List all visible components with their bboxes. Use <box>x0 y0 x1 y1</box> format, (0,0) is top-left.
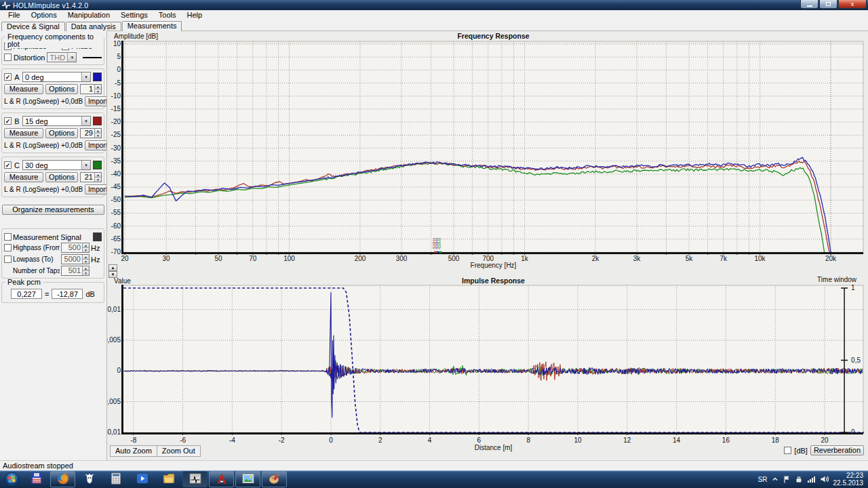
network-signal-icon[interactable] <box>807 475 816 483</box>
usb-device-icon[interactable] <box>795 475 803 483</box>
taskbar-autocad-button[interactable] <box>209 471 234 487</box>
menu-item-options[interactable]: Options <box>26 10 62 20</box>
meas-a-checkbox[interactable]: ✓ <box>4 73 12 81</box>
menu-item-tools[interactable]: Tools <box>153 10 182 20</box>
meas-c-color-swatch[interactable] <box>93 161 102 169</box>
taskbar-clock[interactable]: 22:2322.5.2013 <box>833 472 864 487</box>
taskbar-firefox-button[interactable] <box>50 471 75 487</box>
peak-pcm-group: Peak pcm 0,227 = -12,87 dB <box>1 282 104 303</box>
menu-item-settings[interactable]: Settings <box>115 10 153 20</box>
action-center-flag-icon[interactable] <box>783 475 791 483</box>
lowpass-label: Lowpass (To) <box>13 256 60 263</box>
tab-measurements[interactable]: Measurements <box>122 21 182 31</box>
menu-item-file[interactable]: File <box>3 10 26 20</box>
tab-data-analysis[interactable]: Data analysis <box>66 22 121 31</box>
impulse-response-chart[interactable]: 0,010,0050-0,005-0,01-8-6-4-202468101214… <box>107 277 868 462</box>
tab-device-signal[interactable]: Device & Signal <box>1 22 65 31</box>
taps-spinner[interactable]: 501▲▼ <box>61 266 90 276</box>
svg-text:20: 20 <box>121 255 129 262</box>
freq-axis-spinner[interactable]: ▲▼ <box>108 264 117 278</box>
svg-text:Distance [m]: Distance [m] <box>475 444 513 451</box>
meas-a-color-swatch[interactable] <box>93 73 102 81</box>
taskbar: SR22:2322.5.2013 <box>0 470 868 488</box>
highpass-spinner[interactable]: 500▲▼ <box>61 243 90 253</box>
measurement-signal-checkbox[interactable] <box>4 233 12 241</box>
measurement-b-group: ✓ B 15 deg ▼ Measure Options 29▲▼ L & R … <box>1 113 104 153</box>
tray-time: 22:23 <box>833 472 864 479</box>
calculator-icon <box>109 472 123 487</box>
start-button[interactable] <box>0 470 23 488</box>
db-checkbox[interactable] <box>784 447 791 454</box>
holmimpulse-icon <box>189 472 202 487</box>
taskbar-save-floppy-button[interactable] <box>24 471 49 487</box>
meas-c-spinner[interactable]: 21▲▼ <box>80 172 102 182</box>
svg-text:100: 100 <box>283 255 295 262</box>
reverberation-button[interactable]: Reverberation <box>810 445 864 455</box>
meas-c-name-combo[interactable]: 30 deg ▼ <box>22 160 91 170</box>
svg-text:-8: -8 <box>130 436 136 444</box>
taskbar-calculator-button[interactable] <box>103 471 128 487</box>
meas-b-spinner[interactable]: 29▲▼ <box>80 128 102 138</box>
svg-text:50: 50 <box>215 255 223 262</box>
svg-text:430Hz: 430Hz <box>437 238 441 249</box>
meas-a-name-combo[interactable]: 0 deg ▼ <box>22 72 91 82</box>
chevron-down-icon: ▼ <box>81 117 90 125</box>
svg-text:10: 10 <box>574 436 582 444</box>
chevron-down-icon: ▼ <box>81 161 90 169</box>
close-button[interactable]: x <box>838 0 867 9</box>
taskbar-paint-button[interactable] <box>262 471 287 487</box>
svg-text:5: 5 <box>117 53 121 60</box>
distortion-line-sample <box>83 57 102 58</box>
taskbar-potplayer-button[interactable] <box>130 471 155 487</box>
freq-components-title: Frequency components to plot <box>5 33 104 48</box>
signal-color-swatch[interactable] <box>93 232 102 241</box>
window-title: HOLMImpulse v1.4.2.0 <box>13 1 88 9</box>
highpass-checkbox[interactable] <box>4 244 12 251</box>
svg-text:-30: -30 <box>111 144 121 152</box>
svg-text:16: 16 <box>722 436 730 444</box>
lowpass-spinner[interactable]: 5000▲▼ <box>61 254 90 264</box>
restore-button[interactable] <box>819 0 837 9</box>
menu-item-manipulation[interactable]: Manipulation <box>62 10 115 20</box>
meas-a-measure-button[interactable]: Measure <box>4 84 43 94</box>
meas-a-spinner[interactable]: 1▲▼ <box>80 84 102 94</box>
titlebar: HOLMImpulse v1.4.2.0 x <box>0 0 868 10</box>
meas-c-checkbox[interactable]: ✓ <box>4 161 12 169</box>
highpass-unit: Hz <box>91 244 102 252</box>
menu-item-help[interactable]: Help <box>181 10 208 20</box>
svg-text:-0,005: -0,005 <box>107 398 121 405</box>
zoom-out-button[interactable]: Zoom Out <box>157 446 200 456</box>
lowpass-checkbox[interactable] <box>4 256 12 263</box>
svg-text:0,01: 0,01 <box>108 306 121 313</box>
svg-text:500: 500 <box>448 255 460 262</box>
meas-a-options-button[interactable]: Options <box>45 84 78 94</box>
meas-b-options-button[interactable]: Options <box>45 128 78 138</box>
taskbar-photo-viewer-button[interactable] <box>235 471 260 487</box>
distortion-checkbox[interactable] <box>4 54 12 61</box>
svg-text:4: 4 <box>428 436 432 444</box>
chevron-down-icon: ▼ <box>81 73 90 81</box>
meas-c-measure-button[interactable]: Measure <box>4 172 43 182</box>
meas-b-measure-button[interactable]: Measure <box>4 128 43 138</box>
taskbar-holmimpulse-button[interactable] <box>182 471 208 487</box>
photo-viewer-icon <box>241 472 255 487</box>
meas-c-options-button[interactable]: Options <box>45 172 78 182</box>
measurement-c-group: ✓ C 30 deg ▼ Measure Options 21▲▼ L & R … <box>1 157 104 197</box>
volume-icon[interactable] <box>820 475 829 483</box>
meas-b-checkbox[interactable]: ✓ <box>4 117 12 125</box>
language-indicator[interactable]: SR <box>758 476 768 483</box>
svg-text:8: 8 <box>526 436 530 444</box>
explorer-folder-icon <box>162 472 176 487</box>
taskbar-foobar2000-button[interactable] <box>77 471 102 487</box>
meas-b-name-combo[interactable]: 15 deg ▼ <box>22 116 91 126</box>
thd-dropdown[interactable]: THD ▼ <box>47 52 77 62</box>
minimize-button[interactable] <box>800 0 818 9</box>
taskbar-explorer-folder-button[interactable] <box>156 471 181 487</box>
measurement-a-group: ✓ A 0 deg ▼ Measure Options 1▲▼ L & R (L… <box>1 68 104 109</box>
hidden-icons-chevron-icon[interactable] <box>772 476 778 483</box>
meas-b-color-swatch[interactable] <box>93 117 102 125</box>
organize-measurements-button[interactable]: Organize measurements <box>2 205 104 215</box>
frequency-response-chart[interactable]: 1050-5-10-15-20-25-30-35-40-45-50-55-60-… <box>107 31 868 277</box>
svg-text:10k: 10k <box>754 255 766 262</box>
auto-zoom-button[interactable]: Auto Zoom <box>111 446 157 456</box>
